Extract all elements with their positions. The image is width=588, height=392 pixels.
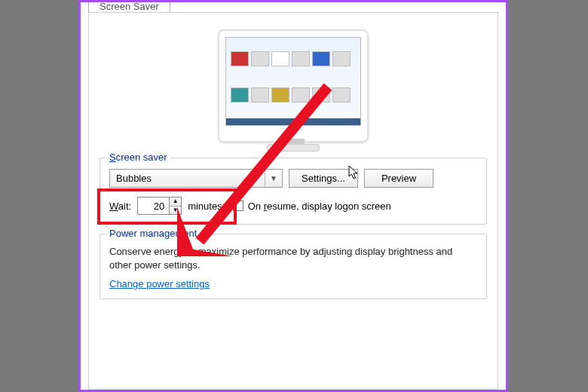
screensaver-group-label: Screen saver xyxy=(106,152,170,163)
wait-spin-buttons[interactable]: ▲ ▼ xyxy=(169,197,182,215)
chevron-down-icon: ▼ xyxy=(265,170,277,187)
monitor-preview xyxy=(218,29,369,142)
screensaver-select-value: Bubbles xyxy=(116,173,152,184)
tab-strip: Screen Saver xyxy=(88,2,170,12)
power-description: Conserve energy or maximize performance … xyxy=(109,245,477,272)
power-group-label: Power management xyxy=(106,228,200,239)
settings-button[interactable]: Settings... xyxy=(289,169,358,188)
screensaver-group: Screen saver Bubbles ▼ Settings... Pr xyxy=(100,158,487,225)
power-group: Power management Conserve energy or maxi… xyxy=(100,234,487,299)
monitor-screen xyxy=(225,37,361,126)
tab-screen-saver[interactable]: Screen Saver xyxy=(88,2,170,12)
cursor-icon xyxy=(348,165,360,183)
dialog-body: Screen Saver xyxy=(81,2,506,390)
tab-panel: Screen saver Bubbles ▼ Settings... Pr xyxy=(88,12,498,390)
resume-checkbox-row[interactable]: On resume, display logon screen xyxy=(233,201,391,212)
change-power-settings-link[interactable]: Change power settings xyxy=(109,278,210,289)
preview-button[interactable]: Preview xyxy=(364,169,433,188)
wait-input[interactable] xyxy=(137,197,169,215)
spin-down-icon[interactable]: ▼ xyxy=(170,207,181,215)
wait-label: Wait: xyxy=(109,201,131,212)
screensaver-select[interactable]: Bubbles ▼ xyxy=(109,169,283,188)
resume-checkbox[interactable] xyxy=(233,201,243,211)
wait-spinner[interactable]: ▲ ▼ xyxy=(137,197,182,215)
window-outer-border: Screen Saver xyxy=(78,0,508,392)
wait-units: minutes xyxy=(188,201,222,212)
spin-up-icon[interactable]: ▲ xyxy=(170,198,181,207)
resume-checkbox-label: On resume, display logon screen xyxy=(248,201,391,212)
monitor-preview-area xyxy=(100,29,487,142)
